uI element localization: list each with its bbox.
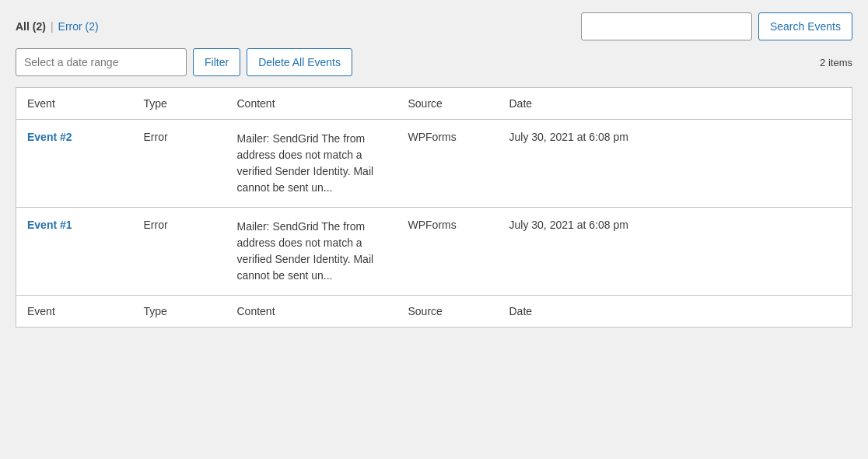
- filter-error-link[interactable]: Error (2): [58, 20, 99, 33]
- cell-source-0: WPForms: [397, 120, 499, 208]
- date-range-input[interactable]: [16, 48, 187, 76]
- event-link-0[interactable]: Event #2: [27, 131, 72, 143]
- search-events-button[interactable]: Search Events: [758, 12, 852, 40]
- cell-event-1: Event #1: [16, 208, 133, 296]
- event-link-1[interactable]: Event #1: [27, 219, 72, 231]
- cell-date-1: July 30, 2021 at 6:08 pm: [499, 208, 852, 296]
- events-table: Event Type Content Source Date Event #2 …: [16, 87, 852, 328]
- table-footer-row: Event Type Content Source Date: [16, 296, 852, 328]
- page-wrapper: All (2) | Error (2) Search Events Filter…: [0, 0, 868, 340]
- filter-button[interactable]: Filter: [193, 48, 240, 76]
- cell-event-0: Event #2: [16, 120, 133, 208]
- delete-all-button[interactable]: Delete All Events: [247, 48, 352, 76]
- col-header-date: Date: [499, 88, 852, 120]
- cell-content-1: Mailer: SendGrid The from address does n…: [226, 208, 397, 296]
- table-row: Event #1 Error Mailer: SendGrid The from…: [16, 208, 852, 296]
- action-bar: Filter Delete All Events 2 items: [16, 48, 852, 76]
- col-footer-event: Event: [16, 296, 133, 328]
- table-row: Event #2 Error Mailer: SendGrid The from…: [16, 120, 852, 208]
- col-footer-type: Type: [133, 296, 226, 328]
- filter-separator: |: [51, 20, 54, 33]
- action-bar-left: Filter Delete All Events: [16, 48, 352, 76]
- col-footer-content: Content: [226, 296, 397, 328]
- cell-type-0: Error: [133, 120, 226, 208]
- col-header-source: Source: [397, 88, 499, 120]
- table-header-row: Event Type Content Source Date: [16, 88, 852, 120]
- cell-type-1: Error: [133, 208, 226, 296]
- col-header-type: Type: [133, 88, 226, 120]
- cell-content-0: Mailer: SendGrid The from address does n…: [226, 120, 397, 208]
- filter-links: All (2) | Error (2): [16, 20, 99, 33]
- cell-source-1: WPForms: [397, 208, 499, 296]
- table-body: Event #2 Error Mailer: SendGrid The from…: [16, 120, 852, 296]
- search-input[interactable]: [581, 12, 752, 40]
- items-count: 2 items: [820, 57, 852, 68]
- cell-date-0: July 30, 2021 at 6:08 pm: [499, 120, 852, 208]
- col-header-event: Event: [16, 88, 133, 120]
- top-bar: All (2) | Error (2) Search Events: [16, 12, 852, 40]
- search-area: Search Events: [581, 12, 852, 40]
- filter-all-link[interactable]: All (2): [16, 20, 46, 33]
- col-header-content: Content: [226, 88, 397, 120]
- col-footer-date: Date: [499, 296, 852, 328]
- col-footer-source: Source: [397, 296, 499, 328]
